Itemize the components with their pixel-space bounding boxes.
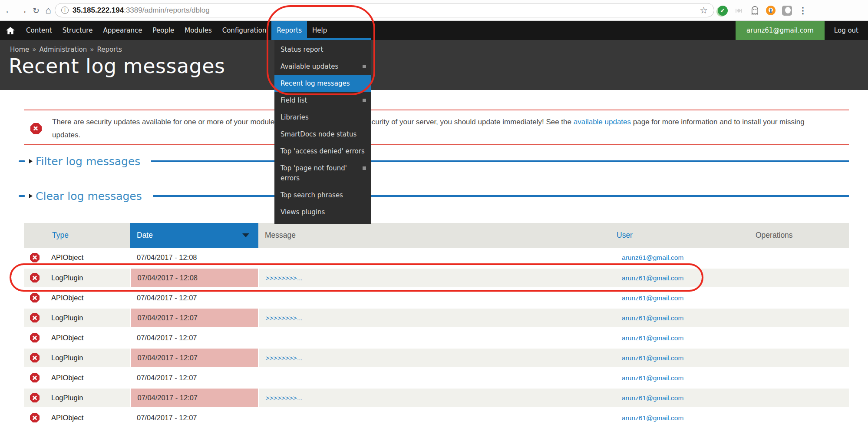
menu-item-top-page-not-found-errors[interactable]: Top 'page not found' errors xyxy=(274,160,371,187)
message-link[interactable]: >>>>>>>>... xyxy=(259,394,303,402)
adblock-extension-icon[interactable]: ✓ xyxy=(717,5,728,16)
user-link[interactable]: arunz61@gmail.com xyxy=(612,374,683,382)
error-icon xyxy=(30,313,40,322)
breadcrumb-administration[interactable]: Administration xyxy=(39,46,87,53)
account-name[interactable]: arunz61@gmail.com xyxy=(736,21,825,40)
log-table-row: APIObject07/04/2017 - 12:07arunz61@gmail… xyxy=(24,368,849,388)
date-cell: 07/04/2017 - 12:07 xyxy=(130,328,258,348)
user-link[interactable]: arunz61@gmail.com xyxy=(612,414,683,422)
bookmark-star-icon[interactable]: ☆ xyxy=(700,5,708,16)
user-link[interactable]: arunz61@gmail.com xyxy=(612,294,683,302)
available-updates-link[interactable]: available updates xyxy=(574,118,631,126)
ghostery-extension-icon[interactable] xyxy=(749,5,760,16)
user-link[interactable]: arunz61@gmail.com xyxy=(612,354,683,362)
operations-cell xyxy=(734,288,849,308)
severity-cell xyxy=(24,408,46,428)
logout-button[interactable]: Log out xyxy=(825,21,868,40)
menu-item-field-list[interactable]: Field list xyxy=(274,92,371,109)
severity-cell xyxy=(24,248,46,268)
toolbar-item-people[interactable]: People xyxy=(148,21,180,40)
url-host: 35.185.222.194 xyxy=(73,6,124,14)
operations-cell xyxy=(734,328,849,348)
update-marker-icon xyxy=(363,166,366,170)
error-icon xyxy=(30,123,42,134)
menu-item-available-updates[interactable]: Available updates xyxy=(274,58,371,75)
date-cell: 07/04/2017 - 12:07 xyxy=(130,408,258,428)
menu-item-smartdocs-node-status[interactable]: SmartDocs node status xyxy=(274,126,371,143)
collapsed-arrow-icon[interactable] xyxy=(29,159,33,163)
url-path: :3389/admin/reports/dblog xyxy=(124,6,210,14)
error-message-text: There are security updates available for… xyxy=(52,116,829,142)
page-title: Recent log messages xyxy=(9,54,225,78)
log-table-row: APIObject07/04/2017 - 12:07arunz61@gmail… xyxy=(24,408,849,428)
screenshot-extension-icon[interactable] xyxy=(782,5,792,16)
user-link[interactable]: arunz61@gmail.com xyxy=(612,254,683,261)
sort-by-user-link[interactable]: User xyxy=(617,231,633,239)
house-icon xyxy=(6,27,15,34)
toolbar-item-reports[interactable]: Reports xyxy=(271,21,307,40)
menu-item-libraries[interactable]: Libraries xyxy=(274,109,371,126)
operations-cell xyxy=(734,368,849,388)
browser-home-icon[interactable]: ⌂ xyxy=(41,0,56,21)
operations-cell xyxy=(734,248,849,268)
user-link[interactable]: arunz61@gmail.com xyxy=(612,274,683,282)
operations-cell xyxy=(734,308,849,328)
breadcrumb-home[interactable]: Home xyxy=(10,46,29,53)
extension-icons: ✓ ⋮ xyxy=(717,0,808,21)
user-link[interactable]: arunz61@gmail.com xyxy=(612,314,683,322)
menu-item-views-plugins[interactable]: Views plugins xyxy=(274,204,371,221)
user-cell: arunz61@gmail.com xyxy=(612,368,734,388)
menu-item-recent-log-messages[interactable]: Recent log messages xyxy=(274,75,371,92)
menu-item-top-search-phrases[interactable]: Top search phrases xyxy=(274,187,371,204)
type-cell: APIObject xyxy=(46,288,130,308)
breadcrumb-reports[interactable]: Reports xyxy=(97,46,122,53)
toolbar-item-configuration[interactable]: Configuration xyxy=(217,21,272,40)
toolbar-item-appearance[interactable]: Appearance xyxy=(98,21,147,40)
browser-menu-dots-icon[interactable]: ⋮ xyxy=(798,5,808,16)
sort-desc-icon xyxy=(242,233,249,237)
column-message: Message xyxy=(258,223,612,248)
message-link[interactable]: >>>>>>>>... xyxy=(259,354,303,362)
toolbar-item-structure[interactable]: Structure xyxy=(57,21,98,40)
filter-log-messages-toggle[interactable]: Filter log messages xyxy=(36,155,140,168)
severity-cell xyxy=(24,388,46,408)
user-cell: arunz61@gmail.com xyxy=(612,328,734,348)
collapsed-arrow-icon[interactable] xyxy=(29,194,33,198)
toolbar-home-icon[interactable] xyxy=(0,21,21,40)
sort-by-type-link[interactable]: Type xyxy=(52,231,69,239)
log-table-row: APIObject07/04/2017 - 12:07arunz61@gmail… xyxy=(24,288,849,308)
message-link[interactable]: >>>>>>>>... xyxy=(259,314,303,322)
toolbar-item-content[interactable]: Content xyxy=(21,21,57,40)
toolbar-account-area: arunz61@gmail.com Log out xyxy=(736,21,868,40)
browser-forward-icon[interactable]: → xyxy=(16,0,30,21)
url-text[interactable]: 35.185.222.194:3389/admin/reports/dblog xyxy=(73,6,210,15)
site-info-icon[interactable]: i xyxy=(61,7,69,14)
type-cell: APIObject xyxy=(46,328,130,348)
browser-chrome: ← → ↻ ⌂ i 35.185.222.194:3389/admin/repo… xyxy=(0,0,868,21)
message-link[interactable]: >>>>>>>>... xyxy=(259,274,303,282)
error-icon xyxy=(30,293,40,302)
update-marker-icon xyxy=(363,99,366,102)
browser-back-icon[interactable]: ← xyxy=(2,0,17,21)
menu-item-status-report[interactable]: Status report xyxy=(274,41,371,58)
section-rule xyxy=(151,160,849,162)
breadcrumb-separator: » xyxy=(32,46,36,53)
severity-cell xyxy=(24,308,46,328)
toolbar-item-modules[interactable]: Modules xyxy=(179,21,217,40)
breadcrumb: Home»Administration»Reports xyxy=(10,46,122,53)
openvpn-extension-icon[interactable] xyxy=(766,5,776,16)
address-bar[interactable]: i 35.185.222.194:3389/admin/reports/dblo… xyxy=(55,3,714,17)
user-link[interactable]: arunz61@gmail.com xyxy=(612,394,683,402)
error-icon xyxy=(30,393,40,402)
user-link[interactable]: arunz61@gmail.com xyxy=(612,334,683,342)
admin-toolbar: ContentStructureAppearancePeopleModulesC… xyxy=(0,21,868,40)
date-cell: 07/04/2017 - 12:07 xyxy=(130,388,258,408)
type-cell: LogPlugin xyxy=(46,308,130,328)
disabled-extension-icon[interactable] xyxy=(733,5,744,16)
section-rule xyxy=(153,195,849,197)
toolbar-item-help[interactable]: Help xyxy=(307,21,332,40)
severity-cell xyxy=(24,348,46,368)
sort-by-date-link[interactable]: Date xyxy=(137,231,153,239)
clear-log-messages-toggle[interactable]: Clear log messages xyxy=(36,190,142,203)
menu-item-top-access-denied-errors[interactable]: Top 'access denied' errors xyxy=(274,143,371,160)
